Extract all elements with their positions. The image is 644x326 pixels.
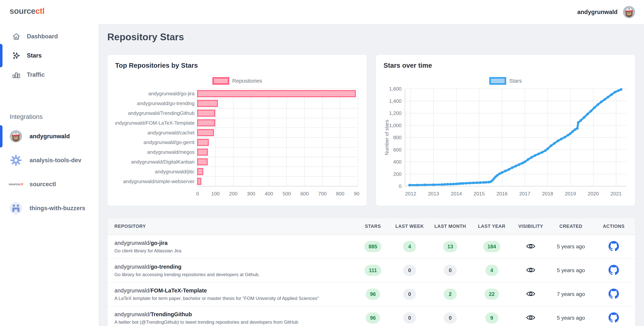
line-point[interactable] (482, 181, 485, 184)
sidebar-item-stars[interactable]: Stars (0, 46, 98, 65)
sidebar-item-dashboard[interactable]: Dashboard (0, 27, 98, 46)
line-point[interactable] (476, 181, 478, 184)
line-point[interactable] (452, 183, 455, 185)
line-point[interactable] (449, 183, 452, 186)
username[interactable]: andygrunwald (577, 9, 618, 16)
line-point[interactable] (614, 91, 616, 94)
line-point[interactable] (514, 165, 517, 167)
line-point[interactable] (455, 183, 458, 185)
line-point[interactable] (620, 88, 622, 91)
line-point[interactable] (465, 182, 468, 184)
bar-andygrunwald/simple-webserver[interactable] (198, 178, 201, 184)
repository-name-link[interactable]: TrendingGithub (151, 311, 192, 317)
line-point[interactable] (416, 184, 419, 186)
repository-name: andygrunwald/TrendingGithub (114, 311, 356, 317)
line-point[interactable] (457, 182, 460, 185)
count-badge: 0 (403, 265, 416, 276)
line-point[interactable] (462, 182, 464, 185)
line-point[interactable] (550, 144, 552, 147)
bar-andygrunwald/TrendingGithub[interactable] (198, 110, 215, 116)
repository-name-link[interactable]: go-jira (151, 240, 168, 246)
github-icon[interactable] (608, 289, 619, 299)
line-point[interactable] (537, 153, 540, 155)
line-point[interactable] (556, 140, 559, 142)
bar-andygrunwald/go-trending[interactable] (198, 100, 217, 106)
line-point[interactable] (508, 168, 510, 171)
line-point[interactable] (617, 89, 620, 92)
line-point[interactable] (446, 183, 449, 186)
line-point[interactable] (479, 181, 482, 184)
line-point[interactable] (521, 162, 524, 164)
line-point[interactable] (583, 116, 586, 119)
line-point[interactable] (441, 183, 444, 186)
line-point[interactable] (511, 166, 514, 169)
bar-chart-legend[interactable]: Repositories (115, 77, 359, 85)
line-point[interactable] (540, 151, 543, 154)
repository-name-link[interactable]: go-trending (151, 264, 182, 270)
line-point[interactable] (580, 119, 582, 122)
line-point[interactable] (546, 147, 549, 150)
bar-andygrunwald/cachet[interactable] (198, 130, 214, 136)
line-point[interactable] (501, 171, 503, 174)
line-point[interactable] (504, 170, 507, 172)
line-point[interactable] (600, 101, 602, 103)
line-point[interactable] (527, 158, 530, 161)
integration-item-sourcectl[interactable]: sourcectlsourcectl (0, 172, 98, 196)
line-point[interactable] (485, 181, 488, 184)
line-point[interactable] (607, 96, 610, 98)
line-chart-legend[interactable]: Stars (384, 77, 628, 85)
line-point[interactable] (560, 138, 563, 140)
user-avatar[interactable] (623, 6, 635, 18)
line-point[interactable] (574, 128, 576, 131)
line-point[interactable] (577, 121, 580, 124)
line-point[interactable] (596, 103, 599, 106)
line-point[interactable] (530, 156, 533, 159)
line-point[interactable] (576, 127, 579, 130)
stars-line-series[interactable] (410, 89, 621, 185)
integration-item-analysis-tools-dev[interactable]: analysis-tools-dev (0, 148, 98, 172)
line-point[interactable] (460, 182, 462, 185)
github-icon[interactable] (608, 241, 619, 251)
line-point[interactable] (586, 113, 589, 115)
eye-icon[interactable] (526, 289, 535, 298)
github-icon[interactable] (608, 265, 619, 275)
line-point[interactable] (593, 106, 596, 109)
app-logo[interactable]: sourcectl (0, 0, 98, 16)
bar-andygrunwald/go-gerrit[interactable] (198, 139, 208, 145)
bar-andygrunwald/FOM-LaTeX-Template[interactable] (198, 120, 215, 126)
line-point[interactable] (534, 154, 536, 157)
eye-icon[interactable] (526, 265, 535, 275)
bar-andygrunwald/go-jira[interactable] (198, 91, 355, 97)
line-point[interactable] (444, 183, 446, 186)
line-point[interactable] (472, 182, 475, 184)
line-point[interactable] (424, 184, 426, 186)
line-point[interactable] (610, 93, 613, 96)
line-point[interactable] (432, 183, 435, 186)
bar-chart[interactable]: 0100200300400500600700800900andygrunwald… (115, 87, 360, 202)
line-point[interactable] (567, 134, 570, 136)
line-point[interactable] (524, 161, 526, 163)
line-point[interactable] (590, 110, 592, 112)
integration-item-things-with-buzzers[interactable]: things-with-buzzers (0, 196, 98, 220)
line-point[interactable] (544, 149, 547, 152)
line-point[interactable] (496, 174, 499, 177)
integration-item-andygrunwald[interactable]: andygrunwald (0, 124, 98, 148)
line-point[interactable] (603, 98, 606, 101)
eye-icon[interactable] (526, 313, 535, 322)
line-point[interactable] (564, 136, 566, 138)
line-point[interactable] (469, 182, 471, 184)
line-point[interactable] (518, 163, 520, 166)
line-chart[interactable]: 02004006008001,0001,2001,4001,6002012201… (384, 87, 628, 202)
sidebar-item-traffic[interactable]: Traffic (0, 65, 98, 84)
bar-andygrunwald/DigitalKanban[interactable] (198, 159, 207, 165)
line-point[interactable] (408, 184, 411, 186)
eye-icon[interactable] (526, 242, 535, 251)
line-point[interactable] (553, 142, 556, 145)
github-icon[interactable] (608, 312, 619, 323)
repository-name-link[interactable]: FOM-LaTeX-Template (151, 287, 207, 293)
line-point[interactable] (571, 130, 574, 133)
bar-andygrunwald/jitic[interactable] (198, 169, 203, 175)
line-point[interactable] (498, 172, 501, 175)
line-point[interactable] (569, 132, 572, 135)
bar-andygrunwald/megos[interactable] (198, 149, 208, 155)
